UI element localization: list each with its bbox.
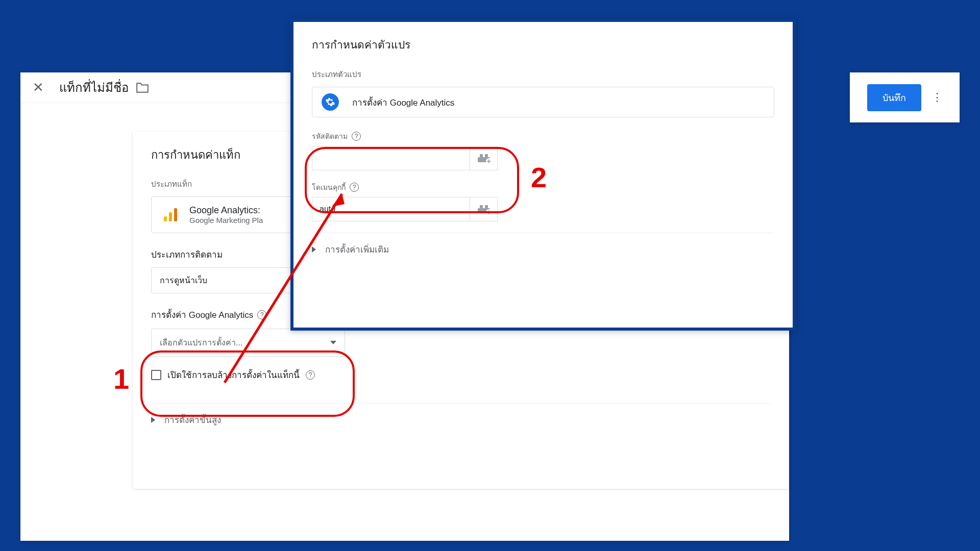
help-icon[interactable]: ? [306,370,315,380]
override-label: เปิดใช้การลบล้างการตั้งค่าในแท็กนี้ [167,368,300,382]
chevron-right-icon [151,417,155,423]
cookie-domain-label: โดเมนคุกกี้ ? [312,182,774,193]
variable-type-label: ประเภทตัวแปร [312,68,774,81]
svg-rect-0 [164,216,167,221]
variable-brick-icon: + [478,154,490,162]
chevron-down-icon [330,341,336,344]
variable-brick-icon: + [478,205,490,213]
help-icon[interactable]: ? [257,310,266,319]
help-icon[interactable]: ? [352,132,361,141]
tracking-id-input[interactable] [312,146,470,170]
variable-config-panel: การกำหนดค่าตัวแปร ประเภทตัวแปร การตั้งค่… [290,19,796,331]
variable-type-selector[interactable]: การตั้งค่า Google Analytics [312,87,774,117]
insert-variable-button[interactable]: + [470,146,498,170]
ga-settings-variable-select[interactable]: เลือกตัวแปรการตั้งค่า... [151,329,345,357]
advanced-settings-toggle[interactable]: การตั้งค่าขั้นสูง [151,403,771,427]
gear-icon [322,93,339,111]
cookie-domain-input[interactable] [312,197,470,221]
variable-advanced-toggle[interactable]: การตั้งค่าเพิ่มเติม [312,233,774,256]
help-icon[interactable]: ? [350,183,359,192]
tracking-type-select[interactable]: การดูหน้าเว็บ [151,267,294,293]
folder-icon[interactable] [136,82,149,93]
action-bar: บันทึก ⋮ [850,72,960,122]
override-checkbox[interactable] [151,370,161,380]
tag-name-input[interactable]: แท็กที่ไม่มีชื่อ [58,76,130,100]
svg-rect-2 [174,208,177,221]
close-icon[interactable]: ✕ [33,80,44,95]
more-menu-icon[interactable]: ⋮ [932,91,943,104]
insert-variable-button[interactable]: + [470,197,498,221]
override-settings-row[interactable]: เปิดใช้การลบล้างการตั้งค่าในแท็กนี้ ? [151,368,771,382]
chevron-right-icon [312,246,316,253]
save-button[interactable]: บันทึก [867,84,921,111]
tracking-id-label: รหัสติดตาม ? [312,131,774,142]
select-placeholder: เลือกตัวแปรการตั้งค่า... [160,336,242,349]
svg-rect-1 [169,212,172,221]
tag-type-text: Google Analytics: Google Marketing Pla [189,205,263,224]
variable-panel-title: การกำหนดค่าตัวแปร [312,36,774,53]
google-analytics-icon [162,206,179,223]
